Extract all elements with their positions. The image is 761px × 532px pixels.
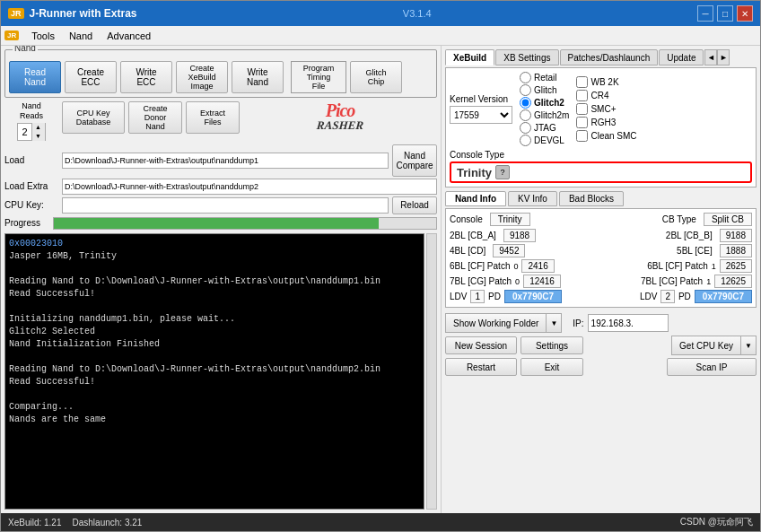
restart-button[interactable]: Restart: [445, 358, 517, 376]
right-panel: XeBuild XB Settings Patches/Dashlaunch U…: [441, 46, 760, 513]
tab-kv-info[interactable]: KV Info: [508, 191, 557, 206]
console-scrollbar[interactable]: [426, 233, 437, 510]
bottom-actions: Show Working Folder ▼ IP: New Session Se…: [445, 313, 757, 376]
ldv1-num: 1: [470, 290, 485, 303]
console-area: 0x00023010 Jasper 16MB, Trinity Reading …: [4, 233, 437, 510]
radio-glitch2m[interactable]: Glitch2m: [520, 109, 569, 121]
checkbox-clean-smc[interactable]: Clean SMC: [576, 130, 636, 142]
tab-next-arrow[interactable]: ►: [717, 49, 730, 65]
glitch-chip-box: Program Timing File: [291, 61, 346, 93]
bl2-cbb-value: 9188: [720, 229, 752, 242]
ldv2-num: 2: [660, 290, 675, 303]
tab-nand-info[interactable]: Nand Info: [445, 191, 506, 206]
tab-patches-dashlaunch[interactable]: Patches/Dashlaunch: [560, 49, 659, 65]
bl6-cf-patch-label1: 6BL [CF] Patch: [450, 261, 510, 271]
bl7-cg-patch-label1: 7BL [CG] Patch: [450, 276, 512, 286]
new-session-button[interactable]: New Session: [445, 336, 517, 354]
get-cpu-key-button[interactable]: Get CPU Key ▼: [671, 336, 757, 355]
glitch-chip-button[interactable]: Glitch Chip: [350, 61, 402, 93]
create-xebuild-button[interactable]: Create XeBuild Image: [176, 61, 228, 93]
radio-jtag-input[interactable]: [520, 122, 531, 134]
xebuild-status: XeBuild: 1.21: [8, 518, 62, 528]
watermark: CSDN @玩命阿飞: [680, 516, 753, 528]
read-nand-button[interactable]: Read Nand: [9, 61, 61, 93]
ip-label: IP:: [573, 318, 583, 328]
close-button[interactable]: ✕: [737, 5, 753, 22]
menu-nand[interactable]: Nand: [62, 29, 100, 43]
tab-bad-blocks[interactable]: Bad Blocks: [559, 191, 624, 206]
show-working-folder-button[interactable]: Show Working Folder ▼: [445, 313, 562, 333]
cpu-key-database-button[interactable]: CPU Key Database: [62, 101, 125, 134]
tab-xb-settings[interactable]: XB Settings: [495, 49, 558, 65]
checkbox-smc-plus-input[interactable]: [576, 103, 588, 115]
write-nand-button[interactable]: Write Nand: [232, 61, 284, 93]
kernel-version-section: Kernel Version 17559: [450, 94, 512, 124]
radio-devgl[interactable]: DEVGL: [520, 135, 569, 146]
console-type-box: Trinity ?: [450, 161, 752, 183]
radio-jtag[interactable]: JTAG: [520, 122, 569, 134]
checkbox-cr4[interactable]: CR4: [576, 90, 636, 101]
progress-label: Progress: [4, 218, 49, 228]
spinner-down[interactable]: ▼: [32, 132, 45, 141]
menu-tools[interactable]: Tools: [24, 29, 62, 43]
radio-glitch2m-input[interactable]: [520, 109, 531, 121]
kernel-version-select[interactable]: 17559: [450, 106, 512, 124]
checkbox-rgh3-input[interactable]: [576, 117, 588, 128]
exit-button[interactable]: Exit: [520, 358, 583, 376]
tab-update[interactable]: Update: [659, 49, 704, 65]
checkbox-rgh3[interactable]: RGH3: [576, 117, 636, 128]
create-ecc-button[interactable]: Create ECC: [65, 61, 117, 93]
bl7-cg-patch-num2: 1: [706, 277, 711, 286]
bl2-cba-label: 2BL [CB_A]: [450, 231, 496, 240]
checkbox-cr4-input[interactable]: [576, 90, 588, 101]
nand-reads-control: NandReads 2 ▲ ▼: [4, 101, 58, 141]
checkbox-wb2k[interactable]: WB 2K: [576, 76, 636, 88]
spinner-up[interactable]: ▲: [32, 123, 45, 132]
console-line-0: 0x00023010: [9, 238, 420, 250]
radio-devgl-input[interactable]: [520, 135, 531, 146]
bl7-cg-patch-value1: 12416: [523, 275, 561, 288]
load-section: Load Nand Compare Load Extra CPU Key: Re…: [4, 144, 437, 214]
radio-glitch2-input[interactable]: [520, 97, 531, 109]
cpu-key-input[interactable]: [62, 197, 389, 214]
settings-button[interactable]: Settings: [520, 336, 583, 354]
checkbox-group: WB 2K CR4 SMC+ RGH3: [576, 76, 636, 142]
radio-group-left: Retail Glitch Glitch2 Glitch2m: [520, 72, 569, 146]
create-donor-nand-button[interactable]: Create Donor Nand: [128, 101, 182, 134]
info-row-4: 6BL [CF] Patch 0 2416 6BL [CF] Patch 1 2…: [450, 259, 752, 273]
extract-files-button[interactable]: Extract Files: [186, 101, 240, 134]
radio-glitch2m-label: Glitch2m: [534, 110, 569, 120]
menu-advanced[interactable]: Advanced: [100, 29, 158, 43]
maximize-button[interactable]: □: [717, 5, 733, 22]
bl6-cf-patch-value1: 2416: [521, 259, 554, 273]
radio-glitch[interactable]: Glitch: [520, 84, 569, 96]
radio-glitch2[interactable]: Glitch2: [520, 97, 569, 109]
checkbox-clean-smc-input[interactable]: [576, 130, 588, 142]
console-output[interactable]: 0x00023010 Jasper 16MB, Trinity Reading …: [4, 233, 424, 510]
radio-retail[interactable]: Retail: [520, 72, 569, 83]
load-label: Load: [4, 155, 58, 165]
checkbox-smc-plus[interactable]: SMC+: [576, 103, 636, 115]
radio-glitch-input[interactable]: [520, 84, 531, 96]
version-label: V3.1.4: [403, 8, 432, 19]
minimize-button[interactable]: ─: [697, 5, 713, 22]
tab-xebuild[interactable]: XeBuild: [445, 49, 494, 65]
console-type-q-button[interactable]: ?: [495, 165, 510, 179]
nand-reads-spinner[interactable]: 2 ▲ ▼: [17, 123, 45, 141]
console-line-empty1: [9, 263, 420, 275]
nand-compare-button[interactable]: Nand Compare: [392, 144, 437, 177]
checkbox-rgh3-label: RGH3: [590, 118, 616, 127]
tab-prev-arrow[interactable]: ◄: [704, 49, 717, 65]
checkbox-wb2k-input[interactable]: [576, 76, 588, 88]
ldv2-label: LDV: [640, 292, 657, 301]
load-extra-input[interactable]: [62, 179, 437, 195]
show-working-folder-arrow[interactable]: ▼: [546, 314, 561, 332]
radio-retail-input[interactable]: [520, 72, 531, 83]
title-bar-left: JR J-Runner with Extras: [8, 7, 137, 20]
ip-input[interactable]: [588, 314, 669, 332]
write-ecc-button[interactable]: Write ECC: [120, 61, 172, 93]
scan-ip-button[interactable]: Scan IP: [667, 358, 757, 376]
get-cpu-key-arrow[interactable]: ▼: [740, 336, 756, 354]
load-input[interactable]: [62, 153, 389, 169]
reload-button[interactable]: Reload: [392, 196, 437, 214]
